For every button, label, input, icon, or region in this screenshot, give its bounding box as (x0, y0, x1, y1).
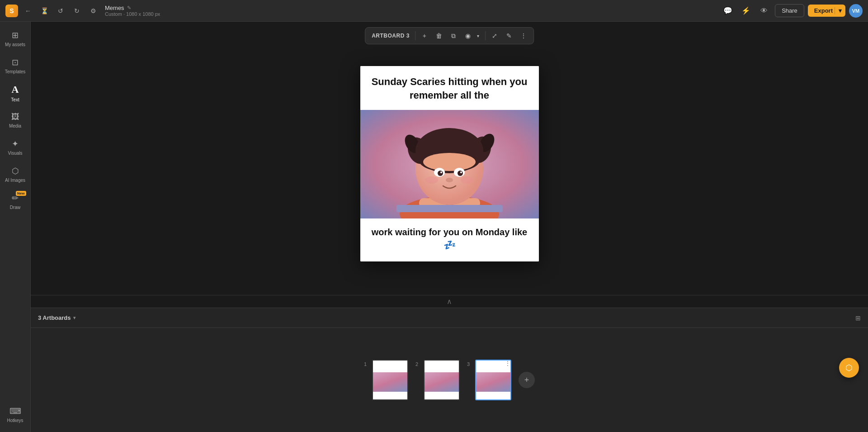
svg-point-19 (460, 171, 462, 173)
thumb-number-1: 1 (364, 360, 369, 367)
thumb-inner-2 (425, 361, 459, 399)
meme-image[interactable] (360, 110, 539, 218)
sidebar-item-text[interactable]: A Text (2, 80, 29, 107)
meme-emoji: 💤 (443, 239, 456, 251)
new-badge: New (16, 191, 26, 196)
meme-bottom-text[interactable]: work waiting for you on Monday like 💤 (360, 218, 539, 261)
sidebar-item-my-assets[interactable]: ⊞ My assets (2, 25, 29, 52)
fill-dropdown-button[interactable]: ▾ (474, 29, 482, 42)
edit-filename-icon[interactable]: ✎ (127, 5, 131, 11)
thumbnails-row: 1 2 (31, 328, 868, 432)
templates-icon: ⊡ (12, 57, 19, 67)
thumbnail-more-button[interactable]: ⋮ (503, 360, 511, 368)
canvas-viewport[interactable]: Sunday Scaries hitting when you remember… (31, 22, 868, 295)
svg-point-17 (458, 171, 463, 176)
svg-point-21 (425, 176, 438, 184)
sidebar: ⊞ My assets ⊡ Templates A Text 🖼 Media ✦… (0, 22, 31, 432)
thumbnail-wrapper-2: 2 (415, 360, 460, 400)
add-artboard-thumb-button[interactable]: + (519, 372, 535, 388)
floating-btn-icon: ⬡ (845, 363, 853, 373)
artboard-toolbar: ARTBOARD 3 + 🗑 ⧉ ◉ ▾ ⤢ ✎ ⋮ (365, 27, 534, 44)
thumb-mid-2 (425, 372, 459, 392)
thumb-bot-1 (373, 392, 407, 399)
thumbnail-3[interactable]: ⋮ (475, 360, 511, 400)
canvas-dimensions: Custom · 1080 x 1080 px (105, 11, 160, 17)
svg-point-20 (446, 178, 453, 182)
sidebar-label-visuals: Visuals (8, 151, 22, 156)
app-logo: S (5, 5, 18, 17)
add-artboard-button[interactable]: + (418, 29, 431, 42)
grid-view-button[interactable]: ⊞ (855, 314, 861, 322)
sidebar-item-media[interactable]: 🖼 Media (2, 107, 29, 134)
artboards-dropdown-icon: ▾ (73, 315, 75, 320)
lightning-button[interactable]: ⚡ (739, 4, 753, 18)
sidebar-item-hotkeys[interactable]: ⌨ Hotkeys (2, 401, 29, 428)
bottom-panel-header: 3 Artboards ▾ ⊞ (31, 308, 868, 328)
thumbnail-1[interactable] (372, 360, 408, 400)
topbar-right-actions: 💬 ⚡ 👁 Share Export ▾ VM (721, 4, 863, 18)
bottom-panel: 3 Artboards ▾ ⊞ 1 (31, 308, 868, 432)
thumbnail-wrapper-3: 3 ⋮ (467, 360, 511, 400)
duplicate-artboard-button[interactable]: ⧉ (447, 29, 460, 42)
sidebar-label-draw: Draw (10, 205, 20, 210)
floating-action-button[interactable]: ⬡ (839, 358, 859, 378)
thumb-mid-3 (476, 372, 510, 392)
hotkeys-icon: ⌨ (9, 406, 21, 416)
pin-button[interactable]: ✎ (503, 29, 515, 42)
text-icon: A (12, 84, 19, 95)
media-icon: 🖼 (11, 112, 19, 122)
sidebar-item-ai-images[interactable]: ⬡ AI Images (2, 161, 29, 188)
svg-point-22 (461, 176, 473, 184)
thumbnail-2[interactable] (424, 360, 460, 400)
thumb-number-2: 2 (415, 360, 421, 367)
meme-top-text[interactable]: Sunday Scaries hitting when you remember… (360, 66, 539, 110)
resize-button[interactable]: ⤢ (488, 29, 501, 42)
thumb-bot-2 (425, 392, 459, 399)
main-area: ⊞ My assets ⊡ Templates A Text 🖼 Media ✦… (0, 22, 868, 432)
visuals-icon: ✦ (12, 139, 19, 149)
sidebar-label-media: Media (9, 123, 21, 129)
thumbnail-wrapper-1: 1 (364, 360, 408, 400)
share-button[interactable]: Share (775, 4, 804, 17)
collapse-icon: ∧ (447, 297, 452, 306)
artboard-label: ARTBOARD 3 (369, 33, 412, 39)
thumb-inner-1 (373, 361, 407, 399)
sidebar-item-draw[interactable]: New ✏ Draw (2, 188, 29, 215)
collapse-handle[interactable]: ∧ (31, 295, 868, 308)
svg-rect-4 (396, 205, 503, 212)
chat-button[interactable]: 💬 (721, 4, 735, 18)
thumb-top-2 (425, 361, 459, 372)
preview-button[interactable]: 👁 (757, 4, 771, 18)
filename-label: Memes (105, 5, 124, 11)
delete-artboard-button[interactable]: 🗑 (433, 29, 445, 42)
toolbar-separator-2 (485, 31, 486, 40)
back-button[interactable]: ← (22, 5, 34, 17)
toolbar-separator (415, 31, 415, 40)
thumb-top-1 (373, 361, 407, 372)
sidebar-label-ai-images: AI Images (5, 178, 25, 183)
svg-point-13 (423, 153, 476, 171)
sidebar-item-visuals[interactable]: ✦ Visuals (2, 134, 29, 161)
my-assets-icon: ⊞ (12, 30, 19, 40)
sidebar-label-my-assets: My assets (5, 42, 25, 47)
artboards-count-label[interactable]: 3 Artboards ▾ (38, 314, 75, 321)
meme-artboard[interactable]: Sunday Scaries hitting when you remember… (360, 66, 539, 261)
settings-button[interactable]: ⚙ (87, 5, 99, 17)
fill-group: ◉ ▾ (462, 29, 482, 42)
more-options-button[interactable]: ⋮ (517, 29, 530, 42)
sidebar-item-templates[interactable]: ⊡ Templates (2, 52, 29, 80)
svg-point-18 (440, 171, 442, 173)
svg-point-16 (438, 171, 443, 176)
export-caret[interactable]: ▾ (835, 7, 845, 14)
thumb-number-3: 3 (467, 360, 472, 367)
undo-button[interactable]: ↺ (54, 5, 67, 17)
fill-button[interactable]: ◉ (462, 29, 474, 42)
canvas-area: ARTBOARD 3 + 🗑 ⧉ ◉ ▾ ⤢ ✎ ⋮ Sunday Scarie… (31, 22, 868, 432)
redo-button[interactable]: ↻ (71, 5, 83, 17)
history-button[interactable]: ⏳ (38, 5, 51, 17)
topbar: S ← ⏳ ↺ ↻ ⚙ Memes ✎ Custom · 1080 x 1080… (0, 0, 868, 22)
export-button[interactable]: Export ▾ (808, 5, 845, 17)
user-avatar[interactable]: VM (849, 4, 863, 18)
sidebar-label-templates: Templates (5, 69, 26, 75)
title-section: Memes ✎ Custom · 1080 x 1080 px (105, 5, 160, 17)
